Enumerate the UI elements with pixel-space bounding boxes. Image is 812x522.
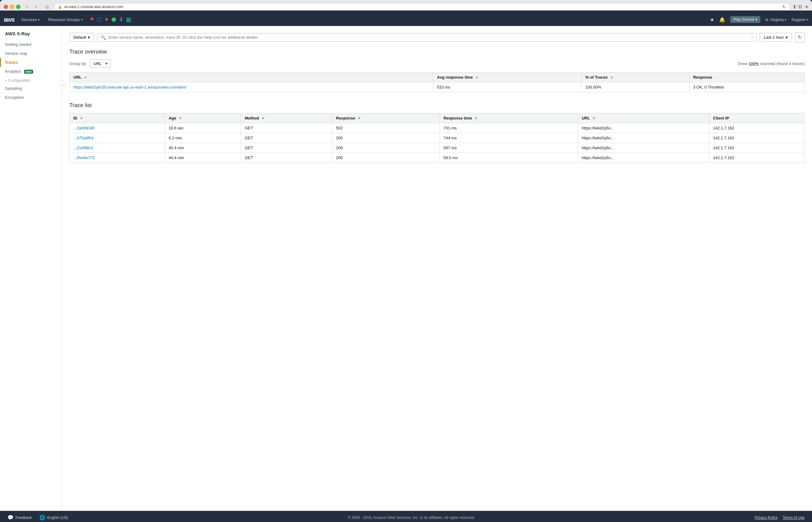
bookmark-icon[interactable]: ★	[710, 17, 714, 23]
sidebar-item-getting-started[interactable]: Getting started	[0, 40, 62, 49]
minimize-button[interactable]	[10, 5, 14, 9]
col-url[interactable]: URL ▼	[70, 73, 433, 82]
trace-response-1: 200	[332, 133, 439, 143]
trace-id-link-0[interactable]: ...2a069340	[73, 126, 95, 130]
configuration-toggle[interactable]: –	[5, 78, 7, 83]
region-selector[interactable]: N. Virginia ▾	[765, 17, 787, 22]
footer-feedback: 💬 Feedback	[7, 515, 32, 520]
group-by-select[interactable]: URL	[90, 59, 111, 68]
support-label: Support	[791, 17, 806, 22]
search-bar: 🔍 ?	[97, 33, 756, 42]
back-button[interactable]: ‹	[23, 3, 31, 11]
refresh-button[interactable]: ↻	[795, 32, 805, 42]
nav-icon-2[interactable]: ⬡	[97, 16, 102, 23]
url-sort-icon: ▼	[84, 76, 87, 79]
table-row: ...2a069340 19.6 sec GET 502 731 ms http…	[70, 123, 805, 133]
account-button[interactable]: Play Ground ▾	[730, 16, 760, 23]
trace-url-1: https://lwkd2y6o...	[578, 133, 709, 143]
main-content: Default ▾ 🔍 ? Last 1 hour ▾ ↻ Trace over…	[62, 26, 812, 511]
notification-icon[interactable]: 🔔	[719, 17, 725, 23]
overview-url-link[interactable]: https://lwkd2y6o35.execute-api.us-east-1…	[73, 85, 187, 89]
sidebar-item-encryption[interactable]: Encryption	[0, 93, 62, 102]
close-button[interactable]	[4, 5, 8, 9]
share-button[interactable]: ⬆	[792, 4, 796, 10]
sidebar-item-service-map[interactable]: Service map	[0, 49, 62, 58]
resource-groups-nav-item[interactable]: Resource Groups ▾	[46, 16, 84, 23]
list-col-response[interactable]: Response ▼	[332, 113, 439, 123]
list-col-response-time[interactable]: Response time ▼	[440, 113, 578, 123]
id-sort-icon: ▼	[80, 116, 83, 120]
maximize-button[interactable]	[16, 5, 20, 9]
sidebar-item-sampling[interactable]: Sampling	[0, 84, 62, 93]
footer-language: 🌐 English (US)	[39, 515, 68, 520]
time-range-dropdown-arrow: ▾	[786, 35, 788, 40]
trace-age-1: 6.2 min	[165, 133, 241, 143]
overview-avg-response-cell: 533 ms	[433, 82, 581, 92]
services-nav-item[interactable]: Services ▾	[20, 16, 41, 23]
trace-age-2: 45.4 min	[165, 143, 241, 153]
toolbar: Default ▾ 🔍 ? Last 1 hour ▾ ↻	[69, 32, 805, 42]
trace-id-link-3[interactable]: ...55e9e773	[73, 156, 95, 160]
sidebar-toggle-button[interactable]: ⊡	[43, 3, 51, 10]
trace-response-time-2: 597 ms	[440, 143, 578, 153]
trace-response-time-1: 744 ms	[440, 133, 578, 143]
aws-logo-text: aws	[4, 16, 15, 23]
list-col-age[interactable]: Age ▼	[165, 113, 241, 123]
list-col-method[interactable]: Method ▼	[241, 113, 332, 123]
aws-logo: aws	[4, 16, 15, 23]
add-tab-button[interactable]: +	[805, 4, 808, 10]
privacy-policy-link[interactable]: Privacy Policy	[755, 516, 778, 520]
footer-copyright: © 2008 - 2019, Amazon Web Services, Inc.…	[76, 516, 747, 520]
trace-response-0: 502	[332, 123, 439, 133]
forward-button[interactable]: ›	[32, 3, 40, 11]
sidebar-collapse-button[interactable]: ‹	[59, 82, 66, 88]
footer: 💬 Feedback 🌐 English (US) © 2008 - 2019,…	[0, 511, 812, 522]
trace-id-link-2[interactable]: ...21df98c0	[73, 145, 93, 150]
method-sort-icon: ▼	[262, 116, 265, 120]
help-icon[interactable]: ?	[751, 35, 753, 40]
list-col-client-ip[interactable]: Client IP	[709, 113, 805, 123]
pct-traces-sort-icon: ▼	[610, 76, 613, 79]
region-label: N. Virginia	[765, 17, 784, 22]
language-label[interactable]: English (US)	[47, 516, 68, 520]
time-range-button[interactable]: Last 1 hour ▾	[760, 33, 792, 42]
overview-pct-traces-cell: 100.00%	[581, 82, 689, 92]
scan-status: Done 100% scanned (found 4 traces)	[738, 61, 805, 66]
refresh-icon[interactable]: ↻	[782, 4, 786, 9]
services-dropdown-arrow: ▾	[38, 18, 40, 21]
app-body: ‹ AWS X-Ray Getting started Service map …	[0, 26, 812, 511]
nav-icon-4[interactable]: ⬣	[111, 16, 116, 23]
sidebar: ‹ AWS X-Ray Getting started Service map …	[0, 26, 62, 511]
col-pct-traces[interactable]: % of Traces ▼	[581, 73, 689, 82]
trace-url-2: https://lwkd2y6o...	[578, 143, 709, 153]
nav-icon-3[interactable]: ✦	[104, 16, 109, 23]
new-tab-button[interactable]: ⧉	[798, 4, 802, 10]
response-time-sort-icon: ▼	[474, 116, 478, 120]
avg-response-sort-icon: ▼	[475, 76, 479, 79]
account-label: Play Ground	[733, 17, 754, 22]
nav-icon-5[interactable]: ⬇	[119, 16, 123, 23]
feedback-label[interactable]: Feedback	[16, 516, 32, 520]
trace-id-link-1[interactable]: ...d75a8f64	[73, 136, 93, 140]
terms-of-use-link[interactable]: Terms of Use	[783, 516, 805, 520]
sidebar-item-traces[interactable]: Traces	[0, 58, 62, 67]
trace-client-ip-3: 142.1.7.162	[709, 153, 805, 163]
trace-age-0: 19.6 sec	[165, 123, 241, 133]
col-response[interactable]: Response	[689, 73, 804, 82]
trace-age-3: 44.4 min	[165, 153, 241, 163]
nav-icon-6[interactable]: ▦	[126, 16, 131, 23]
col-avg-response-time[interactable]: Avg response time ▼	[433, 73, 581, 82]
region-dropdown-arrow: ▾	[785, 18, 786, 21]
table-row: ...55e9e773 44.4 min GET 200 58.0 ms htt…	[70, 153, 805, 163]
account-dropdown-arrow: ▾	[755, 17, 757, 22]
search-input[interactable]	[108, 35, 748, 40]
default-dropdown-button[interactable]: Default ▾	[69, 33, 94, 42]
table-row: ...21df98c0 45.4 min GET 200 597 ms http…	[70, 143, 805, 153]
nav-icon-1[interactable]: ⚑	[89, 16, 95, 23]
trace-overview-thead: URL ▼ Avg response time ▼ % of Traces ▼	[70, 73, 805, 82]
sidebar-item-analytics[interactable]: Analytics new	[0, 67, 62, 76]
support-selector[interactable]: Support ▾	[791, 17, 808, 22]
list-col-url[interactable]: URL ▼	[578, 113, 709, 123]
list-col-id[interactable]: ID ▼	[70, 113, 165, 123]
aws-navbar: aws Services ▾ Resource Groups ▾ ⚑ ⬡ ✦ ⬣…	[0, 13, 812, 26]
